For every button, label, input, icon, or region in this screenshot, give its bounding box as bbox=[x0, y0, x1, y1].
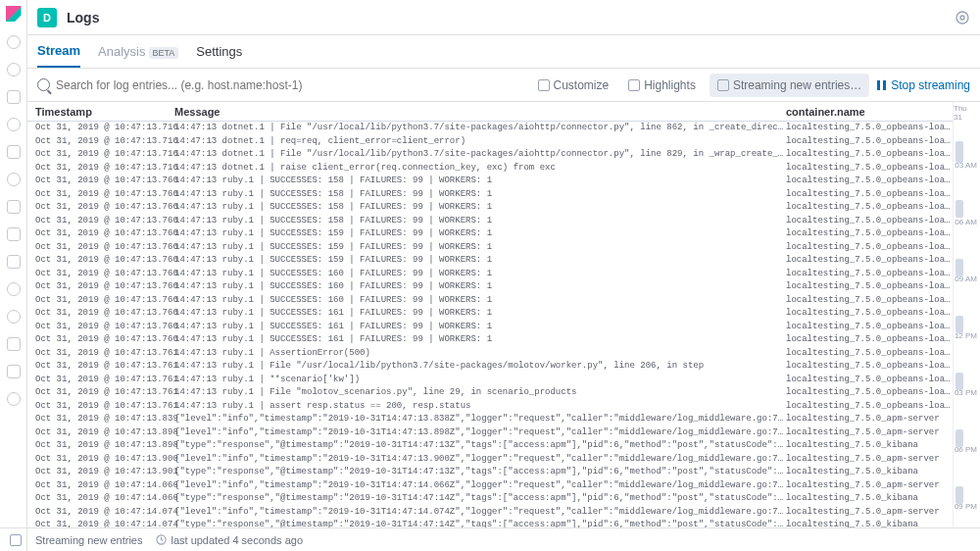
log-container: localtesting_7.5.0_opbeans-load-gene… bbox=[786, 254, 953, 268]
log-row[interactable]: Oct 31, 2019 @ 10:47:13.71614:47:13 dotn… bbox=[27, 148, 953, 162]
log-timestamp: Oct 31, 2019 @ 10:47:13.760 bbox=[27, 215, 174, 228]
customize-button[interactable]: Customize bbox=[532, 75, 615, 96]
log-timestamp: Oct 31, 2019 @ 10:47:14.066 bbox=[27, 492, 174, 506]
log-row[interactable]: Oct 31, 2019 @ 10:47:13.76014:47:13 ruby… bbox=[27, 175, 953, 188]
log-message: 14:47:13 dotnet.1 | raise client_error(r… bbox=[174, 162, 786, 175]
log-row[interactable]: Oct 31, 2019 @ 10:47:13.71614:47:13 dotn… bbox=[27, 162, 953, 175]
eye-icon bbox=[538, 79, 550, 91]
visualize-icon[interactable] bbox=[7, 90, 21, 104]
apm-icon[interactable] bbox=[7, 282, 21, 296]
tab-stream[interactable]: Stream bbox=[37, 35, 80, 68]
col-message[interactable]: Message bbox=[174, 106, 786, 118]
log-container: localtesting_7.5.0_kibana bbox=[786, 439, 953, 453]
log-timestamp: Oct 31, 2019 @ 10:47:13.760 bbox=[27, 227, 174, 241]
log-container: localtesting_7.5.0_opbeans-load-gene… bbox=[786, 188, 953, 202]
siem-icon[interactable] bbox=[7, 337, 21, 351]
infra-icon[interactable] bbox=[7, 227, 21, 241]
log-timestamp: Oct 31, 2019 @ 10:47:13.761 bbox=[27, 400, 174, 414]
discover-icon[interactable] bbox=[7, 63, 21, 76]
minimap-density bbox=[956, 316, 963, 333]
log-row[interactable]: Oct 31, 2019 @ 10:47:13.76014:47:13 ruby… bbox=[27, 321, 953, 334]
log-container: localtesting_7.5.0_kibana bbox=[786, 519, 953, 527]
tab-analysis[interactable]: AnalysisBETA bbox=[98, 36, 178, 67]
col-container[interactable]: container.name bbox=[786, 106, 953, 118]
recent-icon[interactable] bbox=[7, 35, 21, 49]
log-row[interactable]: Oct 31, 2019 @ 10:47:13.898{"level":"inf… bbox=[27, 426, 953, 440]
management-icon[interactable] bbox=[7, 392, 21, 406]
log-row[interactable]: Oct 31, 2019 @ 10:47:13.76114:47:13 ruby… bbox=[27, 386, 953, 400]
log-message: {"level":"info","timestamp":"2019-10-31T… bbox=[174, 426, 786, 440]
log-timestamp: Oct 31, 2019 @ 10:47:13.901 bbox=[27, 466, 174, 479]
dashboard-icon[interactable] bbox=[7, 118, 21, 131]
log-row[interactable]: Oct 31, 2019 @ 10:47:13.76014:47:13 ruby… bbox=[27, 280, 953, 294]
minimap[interactable]: Thu 3103 AM06 AM09 AM12 PM03 PM06 PM09 P… bbox=[953, 102, 980, 527]
log-container: localtesting_7.5.0_opbeans-load-gene… bbox=[786, 162, 953, 175]
log-message: {"type":"response","@timestamp":"2019-10… bbox=[174, 519, 786, 527]
logs-icon[interactable] bbox=[7, 255, 21, 269]
log-container: localtesting_7.5.0_opbeans-load-gene… bbox=[786, 148, 953, 162]
log-message: {"type":"response","@timestamp":"2019-10… bbox=[174, 439, 786, 453]
log-container: localtesting_7.5.0_opbeans-load-gene… bbox=[786, 360, 953, 374]
log-row[interactable]: Oct 31, 2019 @ 10:47:13.76014:47:13 ruby… bbox=[27, 215, 953, 228]
clock-icon bbox=[156, 534, 167, 545]
kibana-logo-icon[interactable] bbox=[6, 6, 22, 22]
ml-icon[interactable] bbox=[7, 200, 21, 214]
log-container: localtesting_7.5.0_opbeans-load-gene… bbox=[786, 294, 953, 308]
footer-updated-wrap: last updated 4 seconds ago bbox=[156, 534, 303, 546]
log-timestamp: Oct 31, 2019 @ 10:47:13.898 bbox=[27, 439, 174, 453]
log-message: 14:47:13 ruby.1 | assert resp.status == … bbox=[174, 400, 786, 414]
uptime-icon[interactable] bbox=[7, 310, 21, 324]
log-row[interactable]: Oct 31, 2019 @ 10:47:14.066{"type":"resp… bbox=[27, 492, 953, 506]
tab-settings[interactable]: Settings bbox=[196, 36, 242, 67]
log-row[interactable]: Oct 31, 2019 @ 10:47:13.76014:47:13 ruby… bbox=[27, 241, 953, 255]
log-list[interactable]: Oct 31, 2019 @ 10:47:13.71614:47:13 dotn… bbox=[27, 122, 953, 527]
log-row[interactable]: Oct 31, 2019 @ 10:47:14.074{"type":"resp… bbox=[27, 519, 953, 527]
log-row[interactable]: Oct 31, 2019 @ 10:47:13.76114:47:13 ruby… bbox=[27, 347, 953, 361]
canvas-icon[interactable] bbox=[7, 145, 21, 159]
log-row[interactable]: Oct 31, 2019 @ 10:47:14.066{"level":"inf… bbox=[27, 479, 953, 493]
log-row[interactable]: Oct 31, 2019 @ 10:47:13.76014:47:13 ruby… bbox=[27, 307, 953, 321]
log-row[interactable]: Oct 31, 2019 @ 10:47:13.839{"level":"inf… bbox=[27, 413, 953, 426]
log-row[interactable]: Oct 31, 2019 @ 10:47:13.901{"type":"resp… bbox=[27, 466, 953, 479]
stop-streaming-button[interactable]: Stop streaming bbox=[877, 78, 970, 92]
log-row[interactable]: Oct 31, 2019 @ 10:47:13.76014:47:13 ruby… bbox=[27, 268, 953, 281]
svg-point-1 bbox=[960, 16, 964, 20]
log-row[interactable]: Oct 31, 2019 @ 10:47:13.76114:47:13 ruby… bbox=[27, 360, 953, 374]
beta-badge: BETA bbox=[149, 47, 179, 59]
log-row[interactable]: Oct 31, 2019 @ 10:47:13.76114:47:13 ruby… bbox=[27, 374, 953, 387]
log-row[interactable]: Oct 31, 2019 @ 10:47:13.76014:47:13 ruby… bbox=[27, 188, 953, 202]
log-timestamp: Oct 31, 2019 @ 10:47:13.760 bbox=[27, 175, 174, 188]
streaming-badge[interactable]: Streaming new entries… bbox=[710, 74, 869, 97]
log-timestamp: Oct 31, 2019 @ 10:47:13.839 bbox=[27, 413, 174, 426]
log-message: {"type":"response","@timestamp":"2019-10… bbox=[174, 492, 786, 506]
log-message: {"level":"info","timestamp":"2019-10-31T… bbox=[174, 453, 786, 467]
log-row[interactable]: Oct 31, 2019 @ 10:47:13.76014:47:13 ruby… bbox=[27, 294, 953, 308]
toolbar: Customize Highlights Streaming new entri… bbox=[27, 69, 980, 102]
log-row[interactable]: Oct 31, 2019 @ 10:47:13.900{"level":"inf… bbox=[27, 453, 953, 467]
expand-icon[interactable] bbox=[10, 534, 22, 546]
gear-icon[interactable] bbox=[955, 10, 970, 25]
log-row[interactable]: Oct 31, 2019 @ 10:47:13.71614:47:13 dotn… bbox=[27, 135, 953, 149]
log-row[interactable]: Oct 31, 2019 @ 10:47:13.76014:47:13 ruby… bbox=[27, 254, 953, 268]
search-icon bbox=[37, 78, 50, 91]
log-row[interactable]: Oct 31, 2019 @ 10:47:13.76114:47:13 ruby… bbox=[27, 400, 953, 414]
log-timestamp: Oct 31, 2019 @ 10:47:13.716 bbox=[27, 122, 174, 135]
time-tick: Thu 31 bbox=[954, 104, 977, 122]
log-message: 14:47:13 ruby.1 | SUCCESSES: 161 | FAILU… bbox=[174, 321, 786, 334]
svg-point-0 bbox=[956, 12, 968, 24]
log-row[interactable]: Oct 31, 2019 @ 10:47:13.71614:47:13 dotn… bbox=[27, 122, 953, 135]
log-row[interactable]: Oct 31, 2019 @ 10:47:13.76014:47:13 ruby… bbox=[27, 333, 953, 347]
col-timestamp[interactable]: Timestamp bbox=[27, 106, 174, 118]
search-input[interactable] bbox=[56, 78, 524, 92]
log-timestamp: Oct 31, 2019 @ 10:47:13.716 bbox=[27, 135, 174, 149]
log-row[interactable]: Oct 31, 2019 @ 10:47:13.76014:47:13 ruby… bbox=[27, 201, 953, 215]
log-container: localtesting_7.5.0_opbeans-load-gene… bbox=[786, 386, 953, 400]
log-row[interactable]: Oct 31, 2019 @ 10:47:14.074{"level":"inf… bbox=[27, 506, 953, 520]
log-timestamp: Oct 31, 2019 @ 10:47:13.716 bbox=[27, 162, 174, 175]
log-row[interactable]: Oct 31, 2019 @ 10:47:13.76014:47:13 ruby… bbox=[27, 227, 953, 241]
devtools-icon[interactable] bbox=[7, 365, 21, 378]
maps-icon[interactable] bbox=[7, 173, 21, 186]
log-container: localtesting_7.5.0_opbeans-load-gene… bbox=[786, 215, 953, 228]
log-row[interactable]: Oct 31, 2019 @ 10:47:13.898{"type":"resp… bbox=[27, 439, 953, 453]
highlights-button[interactable]: Highlights bbox=[622, 75, 702, 96]
